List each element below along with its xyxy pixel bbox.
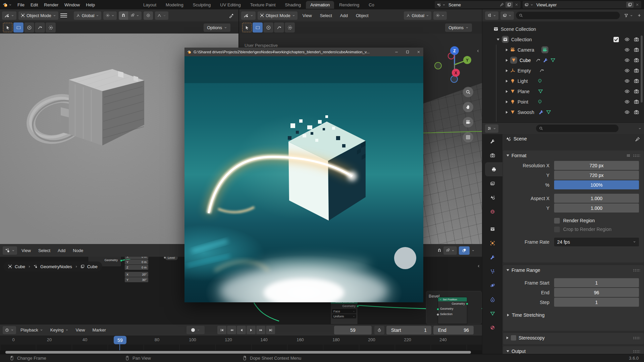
row-label[interactable]: Collection xyxy=(511,37,532,42)
tab-particles[interactable] xyxy=(482,264,502,278)
presets-list-icon[interactable] xyxy=(627,154,631,158)
output-socket[interactable] xyxy=(466,303,468,305)
current-frame-badge[interactable]: 59 xyxy=(114,336,126,344)
tab-modifiers[interactable] xyxy=(482,250,502,264)
select-circle-tool-button[interactable] xyxy=(263,22,273,33)
light-data-icon[interactable] xyxy=(537,78,542,83)
auto-offset-toggle[interactable] xyxy=(459,246,470,255)
transform-orientation-selector[interactable]: Global xyxy=(74,11,102,20)
collapse-icon[interactable] xyxy=(506,155,509,157)
cursor-tool-button[interactable] xyxy=(285,22,295,33)
select-lasso-tool-button[interactable] xyxy=(35,22,45,33)
value-field[interactable]: X20° xyxy=(125,272,148,277)
camera-render-icon[interactable] xyxy=(634,89,639,94)
snap-settings[interactable] xyxy=(443,246,457,255)
tab-object[interactable] xyxy=(482,236,502,250)
select-box-tool-button[interactable] xyxy=(13,22,23,33)
stereoscopy-checkbox[interactable] xyxy=(511,335,516,341)
eyedropper-icon[interactable] xyxy=(229,13,234,18)
options-button-right[interactable]: Options xyxy=(445,23,472,32)
zoom-button[interactable] xyxy=(463,87,473,97)
previous-keyframe-button[interactable] xyxy=(227,326,236,334)
collapse-icon[interactable] xyxy=(439,298,442,301)
maximize-icon[interactable] xyxy=(406,50,410,54)
tab-world[interactable] xyxy=(482,204,502,219)
aspect-y-field[interactable]: 1.000 xyxy=(554,203,639,213)
menu-node[interactable]: Node xyxy=(70,248,86,253)
resolution-y-field[interactable]: 720 px xyxy=(554,171,639,180)
modifier-wrench-icon[interactable] xyxy=(543,58,548,63)
frame-end-field[interactable]: 96 xyxy=(554,288,639,297)
play-button[interactable] xyxy=(247,326,256,334)
outliner-search-input[interactable] xyxy=(516,12,620,19)
tab-material[interactable] xyxy=(482,320,502,335)
eye-icon[interactable] xyxy=(625,89,630,94)
scene-name[interactable]: Scene xyxy=(447,2,498,7)
expand-arrow-icon[interactable] xyxy=(506,101,508,103)
orthographic-toggle-button[interactable] xyxy=(463,132,473,142)
eye-icon[interactable] xyxy=(625,110,630,115)
outliner-row-camera[interactable]: Camera xyxy=(482,45,644,55)
tab-collection[interactable] xyxy=(482,222,502,236)
domain-select[interactable]: Face xyxy=(332,309,356,313)
eye-icon[interactable] xyxy=(625,37,630,42)
outliner-filter-button[interactable] xyxy=(622,11,635,20)
tab-sculpting[interactable]: Sculpting xyxy=(189,1,215,9)
expand-arrow-icon[interactable] xyxy=(506,80,508,82)
row-label[interactable]: Point xyxy=(518,99,528,105)
output-socket[interactable] xyxy=(357,305,359,307)
row-label[interactable]: Light xyxy=(518,78,528,84)
camera-render-icon[interactable] xyxy=(634,110,639,115)
row-label[interactable]: Cube xyxy=(520,58,531,63)
editor-type-button[interactable] xyxy=(241,11,256,20)
camera-render-icon[interactable] xyxy=(634,37,639,42)
node-scale-elements[interactable]: Scale Elements Geometry Face Uniform xyxy=(330,299,358,324)
menu-keying[interactable]: Keying xyxy=(47,327,71,333)
tab-texture-paint[interactable]: Texture Paint xyxy=(246,1,280,9)
proportional-editing-toggle[interactable] xyxy=(144,11,153,20)
current-frame-field[interactable]: 59 xyxy=(334,326,372,335)
menu-playback[interactable]: Playback xyxy=(17,327,46,333)
value-field[interactable]: Y0 m xyxy=(125,259,148,264)
eye-icon[interactable] xyxy=(625,47,630,52)
auto-keying-button[interactable] xyxy=(186,326,205,334)
menu-select[interactable]: Select xyxy=(35,248,53,253)
scene-selector[interactable]: Scene xyxy=(435,1,521,8)
frame-start-field[interactable]: 1 xyxy=(554,278,639,287)
outliner-row-collection[interactable]: Collection xyxy=(482,34,644,45)
resolution-percent-slider[interactable]: 100% xyxy=(554,180,639,189)
tab-object-data[interactable] xyxy=(482,306,502,320)
frame-rate-dropdown[interactable]: 24 fps xyxy=(554,238,639,246)
viewlayer-name[interactable]: ViewLayer xyxy=(535,2,625,7)
menu-edit[interactable]: Edit xyxy=(28,2,41,7)
outliner-row-plane[interactable]: Plane xyxy=(482,86,644,97)
tab-output[interactable] xyxy=(485,162,502,176)
outliner-row-swoosh[interactable]: Swoosh xyxy=(482,107,644,117)
properties-search-input[interactable] xyxy=(536,125,619,132)
eye-icon[interactable] xyxy=(625,68,630,73)
outliner-row-cube[interactable]: Cube xyxy=(482,55,644,65)
render-window[interactable]: G:\Shared drives\Projects2\blender\geoNo… xyxy=(184,48,423,302)
cursor-tool-button[interactable] xyxy=(46,22,56,33)
pivot-point-selector[interactable] xyxy=(433,11,447,20)
select-circle-tool-button[interactable] xyxy=(24,22,34,33)
menu-add[interactable]: Add xyxy=(55,248,68,253)
tab-modeling[interactable]: Modeling xyxy=(161,1,188,9)
jump-to-start-button[interactable] xyxy=(217,326,226,334)
tab-constraints[interactable] xyxy=(482,292,502,306)
crop-region-checkbox[interactable] xyxy=(554,227,560,232)
render-window-titlebar[interactable]: G:\Shared drives\Projects2\blender\geoNo… xyxy=(184,48,423,56)
drag-grip-icon[interactable] xyxy=(633,154,640,157)
collapse-icon[interactable] xyxy=(506,269,509,271)
play-reverse-button[interactable] xyxy=(237,326,246,334)
editor-type-button[interactable] xyxy=(3,326,16,334)
pin-icon[interactable] xyxy=(500,3,504,7)
remove-viewlayer-icon[interactable] xyxy=(635,3,639,7)
panel-title[interactable]: Frame Range xyxy=(512,267,540,273)
outliner-display-mode[interactable] xyxy=(485,11,498,20)
outliner-row-point[interactable]: Point xyxy=(482,97,644,107)
tab-render[interactable] xyxy=(482,148,502,162)
panel-title[interactable]: Format xyxy=(512,153,526,158)
time-stretching-row[interactable]: Time Stretching xyxy=(507,312,644,318)
drag-grip-icon[interactable] xyxy=(633,269,640,272)
